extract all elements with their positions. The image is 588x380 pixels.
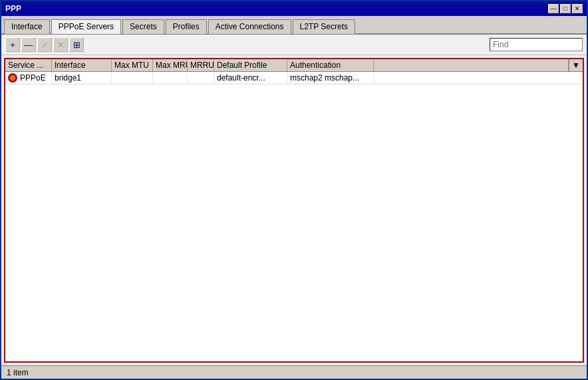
col-header-mrru[interactable]: MRRU [188, 59, 214, 71]
tab-profiles[interactable]: Profiles [166, 19, 207, 34]
col-header-authentication[interactable]: Authentication [287, 59, 374, 71]
find-input[interactable] [490, 38, 583, 51]
cell-defaultprofile: default-encr... [214, 72, 287, 84]
status-text: 1 item [7, 368, 29, 377]
col-header-expand [374, 59, 569, 71]
col-header-interface[interactable]: Interface [52, 59, 112, 71]
column-dropdown-button[interactable]: ▼ [569, 59, 583, 71]
tab-interface[interactable]: Interface [4, 19, 50, 34]
cell-interface: bridge1 [52, 72, 112, 84]
maximize-button[interactable]: □ [560, 4, 571, 13]
col-header-maxmtu[interactable]: Max MTU [112, 59, 153, 71]
status-bar: 1 item [1, 365, 587, 379]
col-header-maxmru[interactable]: Max MRU [153, 59, 188, 71]
check-button[interactable]: ✓ [37, 37, 52, 52]
title-bar: PPP — □ ✕ [1, 1, 587, 16]
toolbar: + — ✓ ✕ ⊞ [1, 35, 587, 55]
table-header: Service ... Interface Max MTU Max MRU MR… [5, 59, 583, 72]
minimize-button[interactable]: — [548, 4, 559, 13]
pppoe-icon-inner [10, 75, 15, 81]
pppoe-icon [8, 73, 17, 83]
cell-maxmtu [112, 72, 153, 84]
cross-button[interactable]: ✕ [53, 37, 68, 52]
cell-maxmru [153, 72, 188, 84]
remove-button[interactable]: — [21, 37, 36, 52]
tabs-bar: Interface PPPoE Servers Secrets Profiles… [1, 16, 587, 35]
title-bar-buttons: — □ ✕ [548, 4, 583, 13]
window-title: PPP [5, 4, 21, 13]
close-button[interactable]: ✕ [572, 4, 583, 13]
cell-service: PPPoE [5, 72, 52, 84]
main-window: PPP — □ ✕ Interface PPPoE Servers Secret… [0, 0, 588, 380]
cell-mrru [188, 72, 214, 84]
tab-pppoe-servers[interactable]: PPPoE Servers [51, 19, 121, 34]
filter-button[interactable]: ⊞ [69, 37, 84, 52]
col-header-service[interactable]: Service ... [5, 59, 52, 71]
tab-l2tp-secrets[interactable]: L2TP Secrets [293, 19, 355, 34]
tab-secrets[interactable]: Secrets [122, 19, 164, 34]
cell-authentication: mschap2 mschap... [287, 72, 374, 84]
table-row[interactable]: PPPoE bridge1 default-encr... mschap2 ms… [5, 72, 583, 85]
main-content: Service ... Interface Max MTU Max MRU MR… [4, 58, 584, 363]
col-header-defaultprofile[interactable]: Default Profile [214, 59, 287, 71]
tab-active-connections[interactable]: Active Connections [208, 19, 291, 34]
add-button[interactable]: + [5, 37, 20, 52]
